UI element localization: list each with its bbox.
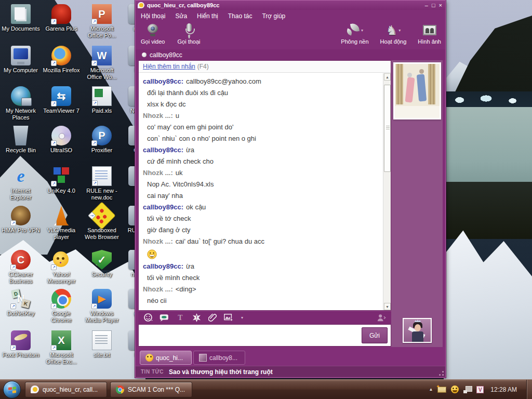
desktop-icon-security[interactable]: ✓↗Security: [82, 250, 122, 278]
recycle-icon: [11, 126, 31, 145]
conversation-tab-quoc-hi-[interactable]: quoc_hi...: [140, 351, 192, 365]
shortcut-arrow-icon: ↗: [51, 303, 57, 309]
desktop-icon-sandboxed-web-browser[interactable]: ↗Sandboxed Web Browser: [82, 206, 122, 241]
chat-message: callboy89cc:ừa: [143, 144, 380, 156]
desktop-icon-my-network-places[interactable]: My Network Places: [1, 86, 41, 121]
show-desktop-button[interactable]: [526, 380, 532, 399]
desktop-icon-internet-explorer[interactable]: eInternet Explorer: [1, 166, 41, 201]
desktop-icon-foxit-phantom[interactable]: ↗Foxit Phantom: [1, 330, 41, 358]
show-more-messages-link[interactable]: Hiện thêm tin nhắn: [143, 63, 195, 70]
attach-file-button[interactable]: [208, 313, 217, 323]
desktop-icon-ultraiso[interactable]: ↗UltraISO: [42, 126, 81, 154]
minimize-button[interactable]: –: [425, 2, 428, 8]
computer-icon: [11, 46, 31, 65]
desktop-icon-microsoft-office-exc-[interactable]: X↗Microsoft Office Exc...: [42, 330, 81, 365]
close-button[interactable]: ×: [439, 2, 442, 8]
desktop-icon-hma-pro-vpn[interactable]: ↗HMA! Pro VPN: [1, 206, 41, 234]
news-ticker[interactable]: TIN TỨC Sao và thương hiệu thời trang ru…: [136, 366, 445, 377]
desktop-icon-microsoft-office-wo-[interactable]: W↗Microsoft Office Wo...: [82, 46, 122, 81]
unikey-icon: ↗: [51, 166, 71, 186]
desktop-icon-recycle-bin[interactable]: Recycle Bin: [1, 126, 41, 154]
message-input-row: Gửi: [138, 324, 391, 347]
network-icon: [11, 86, 31, 106]
chat-header: Hiện thêm tin nhắn (F4): [139, 61, 391, 73]
contact-photo-panel: [391, 60, 443, 347]
desktop-icon-proxifier[interactable]: P↗Proxifier: [82, 126, 122, 154]
chat-message: callboy89cc:callboy89cc@yahoo.com: [143, 76, 380, 87]
message-text: co' may' con em ghi point do': [147, 123, 233, 131]
photo-dropdown-caret[interactable]: ▾: [241, 315, 243, 320]
font-button[interactable]: T: [176, 313, 185, 323]
desktop-icon-mozilla-firefox[interactable]: ↗Mozilla Firefox: [42, 46, 81, 74]
desktop-icon-site-txt[interactable]: site.txt: [82, 330, 122, 358]
scroll-up-arrow[interactable]: ▲: [384, 73, 391, 81]
unikey-tray-icon[interactable]: V: [476, 386, 484, 393]
call-video-button[interactable]: Gọi video: [141, 23, 165, 45]
network-tray-icon[interactable]: [463, 386, 472, 393]
scrollbar-thumb[interactable]: [384, 85, 391, 172]
maximize-button[interactable]: □: [432, 2, 435, 8]
menu-tr-gi-p[interactable]: Trợ giúp: [262, 12, 285, 20]
taskbar: quoc_hieu_cr, call...SCAM 1 Con *** Q...…: [0, 379, 532, 399]
desktop-icon-vlc-media-player[interactable]: ↗VLC media player: [42, 206, 81, 241]
desktop-icon-google-chrome[interactable]: ↗Google Chrome: [42, 289, 81, 324]
self-photo-image: [404, 319, 431, 342]
security-icon: ✓↗: [92, 250, 112, 270]
desktop-icon-garena-plus[interactable]: ↗Garena Plus: [42, 4, 81, 32]
desktop-icon-label: Proxifier: [82, 147, 122, 154]
desktop-icon-ccleaner-business[interactable]: C↗CCleaner Business: [1, 250, 41, 285]
message-input[interactable]: [139, 325, 358, 346]
conversation-tab-callboy8-[interactable]: callboy8...: [193, 351, 245, 365]
desktop-icon-unikey-4-0[interactable]: ↗UniKey 4.0: [42, 166, 81, 194]
desktop-icon-rule-new-new-doc[interactable]: ↗RULE new - new.doc: [82, 166, 122, 201]
call-voice-button[interactable]: Gọi thoại: [177, 23, 200, 45]
chat-message-continuation: xlsx k đọc dc: [143, 99, 380, 110]
news-ticker-text[interactable]: Sao và thương hiệu thời trang ruột: [169, 368, 273, 376]
menu-thao-t-c[interactable]: Thao tác: [228, 12, 252, 20]
self-display-photo[interactable]: [403, 318, 432, 343]
photos-button[interactable]: Hình ảnh: [418, 23, 441, 45]
chat-panel: Hiện thêm tin nhắn (F4) callboy89cc:call…: [138, 60, 391, 311]
desktop-icon-microsoft-office-po-[interactable]: P↗Microsoft Office Po...: [82, 4, 122, 39]
resize-grip[interactable]: [438, 370, 444, 376]
desktop-icon-label: Internet Explorer: [1, 188, 41, 201]
buzz-button[interactable]: !: [192, 313, 201, 323]
share-photo-button[interactable]: [224, 313, 233, 323]
hidden-icons-arrow[interactable]: ▲: [429, 387, 433, 392]
menu-hi-n-th-[interactable]: Hiển thị: [197, 12, 218, 20]
desktop-icon-my-computer[interactable]: My Computer: [1, 46, 41, 74]
svg-text:T: T: [178, 314, 183, 322]
chat-scrollbar[interactable]: ▲ ▼: [383, 73, 391, 310]
desktop-icon-my-documents[interactable]: My Documents: [1, 4, 41, 32]
desktop-icon-yahoo-messenger[interactable]: ↗Yahoo! Messenger: [42, 250, 81, 285]
taskbar-clock[interactable]: 12:28 AM: [488, 386, 522, 393]
activities-button[interactable]: ♞▾ Hoạt động: [380, 23, 407, 45]
desktop-icon-teamviewer-7[interactable]: ⇆↗TeamViewer 7: [42, 86, 81, 114]
shortcut-arrow-icon: ↗: [10, 264, 16, 270]
background-button[interactable]: ▾ Phông nền: [341, 23, 368, 45]
firefox-icon: ↗: [51, 46, 71, 65]
shortcut-arrow-icon: ↗: [88, 211, 96, 220]
taskbar-button-ym[interactable]: quoc_hieu_cr, call...: [25, 382, 107, 397]
message-list[interactable]: callboy89cc:callboy89cc@yahoo.comđổi lại…: [139, 73, 391, 305]
send-button[interactable]: Gửi: [362, 327, 388, 343]
desktop-icon-dotnetkey[interactable]: N↗DotNetKey: [1, 289, 41, 317]
menu-h-i-tho-i[interactable]: Hội thoại: [141, 12, 165, 20]
shortcut-arrow-icon: ↗: [91, 19, 97, 24]
desktop-icon-paid-xls[interactable]: ↗Paid.xls: [82, 86, 122, 114]
start-button[interactable]: [3, 381, 21, 398]
titlebar[interactable]: quoc_hieu_cr, callboy89cc – □ ×: [136, 1, 445, 10]
emoticon-picker-button[interactable]: [143, 313, 153, 323]
shortcut-arrow-icon: ↗: [92, 180, 98, 186]
scroll-down-arrow[interactable]: ▼: [384, 303, 391, 310]
audibles-button[interactable]: [159, 313, 169, 323]
messenger-window: quoc_hieu_cr, callboy89cc – □ × Hội thoạ…: [135, 0, 446, 378]
shortcut-arrow-icon: ↗: [51, 345, 57, 351]
menu-s-a[interactable]: Sửa: [175, 12, 187, 20]
contact-pane-toggle[interactable]: [377, 313, 386, 323]
desktop-icon-windows-media-player[interactable]: ▶↗Windows Media Player: [82, 289, 122, 324]
messenger-tray-icon[interactable]: [451, 385, 459, 393]
taskbar-button-chrome[interactable]: SCAM 1 Con *** Q...: [110, 382, 192, 397]
contact-display-photo[interactable]: [393, 62, 441, 119]
new-mail-icon[interactable]: [437, 387, 446, 393]
